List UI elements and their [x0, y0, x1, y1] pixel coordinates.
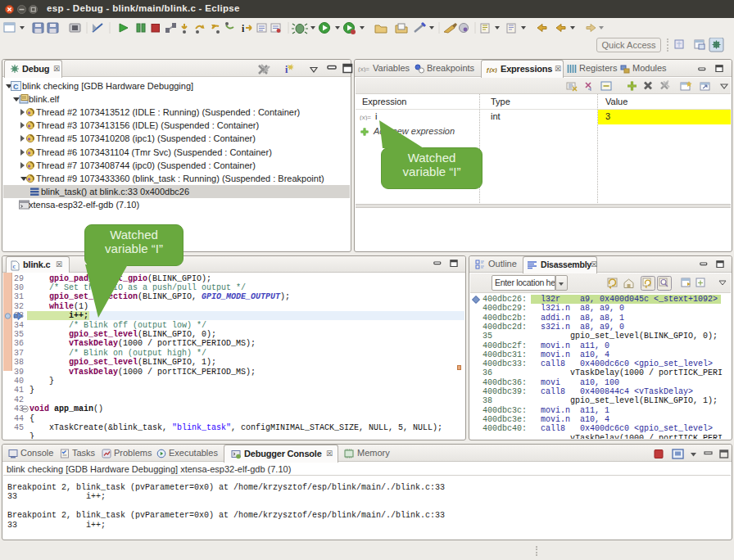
- svg-text:C: C: [13, 82, 19, 90]
- svg-text:(x)=: (x)=: [360, 114, 371, 120]
- svg-text:(x)=: (x)=: [358, 65, 369, 72]
- svg-text:i: i: [242, 23, 245, 34]
- svg-text:ƒ(x): ƒ(x): [486, 66, 497, 73]
